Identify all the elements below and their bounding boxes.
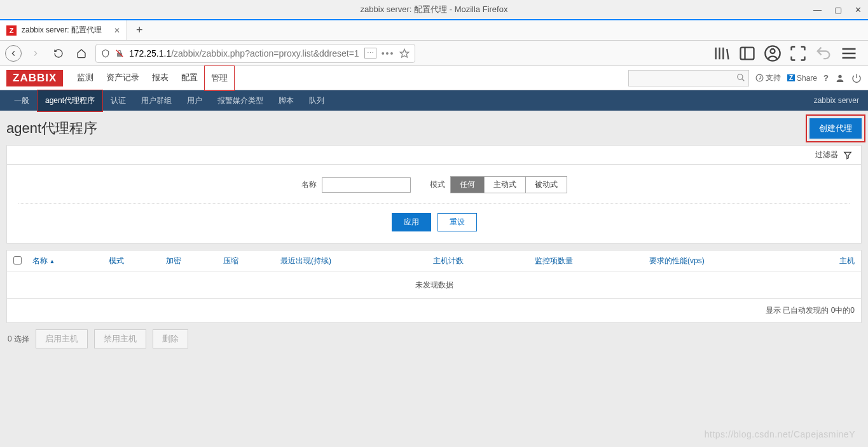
account-icon[interactable]: [764, 45, 782, 62]
power-icon[interactable]: [851, 73, 862, 83]
table-header: 名称 模式 加密 压缩 最近出现(持续) 主机计数 监控项数量 要求的性能(vp…: [7, 251, 861, 272]
subnav-auth[interactable]: 认证: [103, 90, 134, 111]
col-mode[interactable]: 模式: [109, 256, 166, 266]
shield-icon: [101, 49, 110, 58]
page-title: agent代理程序: [6, 119, 97, 138]
nav-configuration[interactable]: 配置: [175, 65, 204, 91]
screenshot-icon[interactable]: [789, 45, 807, 62]
subnav-proxies[interactable]: agent代理程序: [37, 90, 103, 112]
page-actions-icon[interactable]: •••: [382, 48, 395, 58]
nav-reports[interactable]: 报表: [146, 65, 175, 91]
browser-tab[interactable]: Z zabbix server: 配置代理 ✕: [0, 20, 127, 40]
insecure-lock-icon: [115, 49, 124, 58]
share-link[interactable]: Z Share: [787, 74, 817, 83]
mode-any-button[interactable]: 任何: [451, 177, 485, 193]
filter-mode-label: 模式: [430, 179, 445, 190]
table-footer: 显示 已自动发现的 0中的0: [7, 299, 861, 322]
window-close-button[interactable]: ✕: [855, 5, 862, 15]
table-empty-message: 未发现数据: [7, 272, 861, 299]
address-bar[interactable]: 172.25.1.1/zabbix/zabbix.php?action=prox…: [95, 44, 415, 63]
select-all-checkbox[interactable]: [13, 256, 22, 265]
reload-button[interactable]: [50, 45, 67, 62]
filter-label: 过滤器: [815, 149, 838, 160]
batch-actions: 0 选择 启用主机 禁用主机 删除: [6, 323, 862, 355]
apply-button[interactable]: 应用: [392, 213, 431, 231]
browser-toolbar: 172.25.1.1/zabbix/zabbix.php?action=prox…: [0, 41, 868, 66]
mode-passive-button[interactable]: 被动式: [526, 177, 567, 193]
menu-icon[interactable]: [840, 45, 858, 62]
filter-name-label: 名称: [301, 179, 317, 190]
subnav-users[interactable]: 用户: [179, 90, 210, 111]
filter-name-input[interactable]: [322, 177, 411, 193]
col-host-count[interactable]: 主机计数: [433, 256, 535, 266]
search-input[interactable]: [628, 70, 749, 86]
window-title-text: zabbix server: 配置代理 - Mozilla Firefox: [361, 4, 508, 15]
col-compression[interactable]: 压缩: [223, 256, 280, 266]
zabbix-logo[interactable]: ZABBIX: [6, 70, 63, 86]
col-host[interactable]: 主机: [815, 256, 855, 266]
svg-point-9: [738, 74, 743, 79]
back-button[interactable]: [5, 45, 22, 62]
home-button[interactable]: [72, 45, 90, 62]
enable-hosts-button: 启用主机: [36, 329, 88, 348]
svg-point-5: [771, 49, 775, 53]
delete-button: 删除: [153, 329, 188, 348]
user-icon[interactable]: [835, 73, 845, 83]
window-titlebar: zabbix server: 配置代理 - Mozilla Firefox — …: [0, 0, 868, 19]
filter-toggle[interactable]: 过滤器: [806, 146, 861, 164]
proxy-table: 名称 模式 加密 压缩 最近出现(持续) 主机计数 监控项数量 要求的性能(vp…: [6, 250, 862, 323]
col-required-perf[interactable]: 要求的性能(vps): [649, 256, 815, 266]
undo-icon: [815, 45, 832, 62]
col-last-seen[interactable]: 最近出现(持续): [280, 256, 433, 266]
nav-inventory[interactable]: 资产记录: [100, 65, 146, 91]
main-nav: 监测 资产记录 报表 配置 管理: [71, 65, 235, 91]
sidebar-icon[interactable]: [738, 45, 756, 62]
subnav-scripts[interactable]: 脚本: [271, 90, 301, 111]
col-name[interactable]: 名称: [32, 256, 109, 266]
nav-monitoring[interactable]: 监测: [71, 65, 100, 91]
svg-marker-13: [844, 152, 851, 159]
subnav-queue[interactable]: 队列: [301, 90, 332, 111]
col-encryption[interactable]: 加密: [166, 256, 223, 266]
filter-icon: [843, 151, 852, 160]
disable-hosts-button: 禁用主机: [94, 329, 146, 348]
reader-icon[interactable]: ⋯: [364, 48, 376, 58]
library-icon[interactable]: [713, 45, 731, 62]
browser-tab-strip: Z zabbix server: 配置代理 ✕ +: [0, 19, 868, 41]
nav-administration[interactable]: 管理: [204, 65, 235, 91]
subnav-server-name: zabbix server: [814, 96, 862, 105]
new-tab-button[interactable]: +: [127, 20, 152, 40]
svg-marker-1: [401, 49, 409, 57]
svg-line-10: [742, 78, 745, 81]
filter-toggle-bar: 过滤器: [6, 145, 862, 164]
mode-active-button[interactable]: 主动式: [485, 177, 526, 193]
forward-button: [27, 45, 45, 62]
bookmark-star-icon[interactable]: [399, 48, 410, 58]
subnav-general[interactable]: 一般: [6, 90, 37, 111]
tab-close-button[interactable]: ✕: [114, 26, 120, 35]
svg-rect-2: [741, 47, 754, 59]
favicon-zabbix-icon: Z: [6, 25, 17, 36]
window-maximize-button[interactable]: ▢: [834, 5, 842, 15]
subnav-user-groups[interactable]: 用户群组: [134, 90, 179, 111]
filter-mode-segment: 任何 主动式 被动式: [450, 176, 567, 193]
svg-point-12: [838, 74, 841, 78]
sub-nav: 一般 agent代理程序 认证 用户群组 用户 报警媒介类型 脚本 队列 zab…: [0, 90, 868, 111]
support-link[interactable]: 支持: [755, 72, 781, 83]
url-text: 172.25.1.1/zabbix/zabbix.php?action=prox…: [129, 48, 359, 58]
subnav-media-types[interactable]: 报警媒介类型: [210, 90, 271, 111]
create-proxy-button[interactable]: 创建代理: [809, 118, 862, 139]
selected-count: 0 选择: [8, 334, 29, 345]
col-item-count[interactable]: 监控项数量: [535, 256, 649, 266]
browser-tab-title: zabbix server: 配置代理: [22, 25, 102, 36]
window-minimize-button[interactable]: —: [813, 5, 822, 15]
search-icon[interactable]: [736, 73, 745, 82]
filter-panel: 名称 模式 任何 主动式 被动式 应用 重设: [6, 164, 862, 244]
help-icon[interactable]: ?: [823, 73, 829, 83]
watermark: https://blog.csdn.net/CapejasmineY: [705, 429, 855, 439]
reset-button[interactable]: 重设: [437, 213, 477, 231]
zabbix-header: ZABBIX 监测 资产记录 报表 配置 管理 支持 Z Share ?: [0, 66, 868, 90]
